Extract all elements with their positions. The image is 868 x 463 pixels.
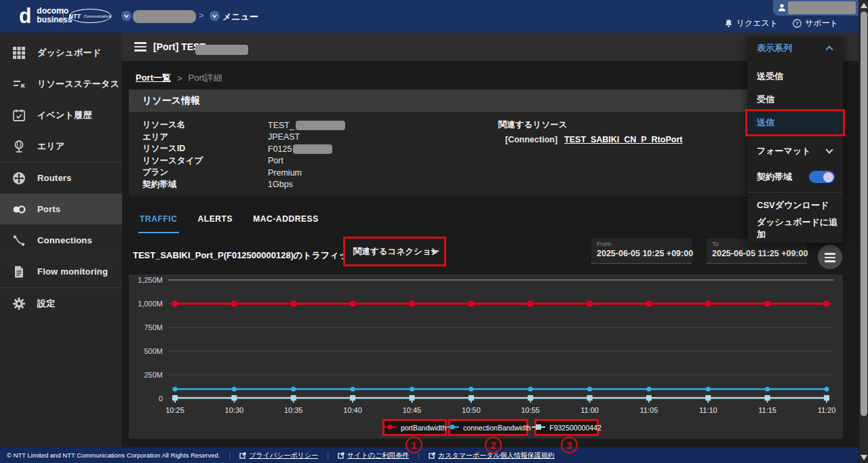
breadcrumb-current: Port詳細 [189,72,222,84]
legend-label: F932500000442 [549,424,601,432]
legend-item-portBandwidth[interactable]: portBandwidth [382,419,447,436]
related-connection-select-label: 関連するコネクション [353,246,439,258]
breadcrumb-port-list-link[interactable]: Port一覧 [136,72,171,84]
legend-label: connectionBandwidth [463,424,531,432]
series-display-menu: 表示系列 送受信 受信 送信 フォーマット 契約帯域 CSVダウンロード ダッシ… [747,37,843,243]
support-button[interactable]: ? サポート [793,18,838,29]
hamburger-menu-icon[interactable] [134,42,146,52]
series-option-send[interactable]: 送信 [747,110,843,135]
tab-mac-address[interactable]: MAC-ADDRESS [252,212,320,233]
resource-fields: リソース名 TEST_ エリア JPEAST リソースID F0125 リソース… [142,119,345,190]
contract-bandwidth-toggle[interactable] [809,171,835,183]
field-label: エリア [142,132,268,143]
legend-item-F932500000442[interactable]: F932500000442 [534,419,599,436]
related-resources-title: 関連するリソース [498,119,682,131]
menu-button[interactable]: メニュー [222,11,258,23]
add-to-dashboard-button[interactable]: ダッシュボードに追加 [747,218,843,239]
field-value: 1Gbps [268,180,293,189]
privacy-policy-link[interactable]: プライバシーポリシー [239,451,318,460]
external-link-icon [338,452,344,459]
from-label: From [597,241,611,247]
related-connection-select[interactable]: 関連するコネクション [345,239,444,264]
svg-text:11:10: 11:10 [699,406,717,414]
chevron-down-circle-icon[interactable] [121,11,132,21]
page-scrollbar[interactable] [859,0,868,463]
svg-text:500M: 500M [144,347,163,355]
external-link-icon [239,452,246,459]
footer-separator: | [327,451,329,460]
request-button[interactable]: リクエスト [724,18,778,29]
sidebar-item-label: Flow monitoring [37,266,108,277]
sidebar-item-routers[interactable]: Routers [0,162,122,193]
from-datetime-field[interactable]: From 2025-06-05 10:25 +09:00 [591,239,692,264]
to-value: 2025-06-05 11:25 +09:00 [712,249,808,258]
app-root: d docomo business NTT Communications > メ… [0,0,868,463]
scrollbar-up-arrow[interactable] [861,3,867,8]
sidebar-item-label: Connections [37,235,92,245]
field-value: Port [268,156,283,165]
brand-line2: business [37,16,72,24]
footer-link-label: プライバシーポリシー [249,451,318,460]
csv-download-button[interactable]: CSVダウンロード [747,195,843,216]
chevron-up-icon [825,45,833,53]
svg-text:250M: 250M [144,371,163,379]
sidebar-item-flow-monitoring[interactable]: Flow monitoring [0,256,122,287]
annotation-box-connection-select: 関連するコネクション [343,237,446,266]
sidebar-item-event-history[interactable]: イベント履歴 [0,100,122,131]
field-label: プラン [142,167,268,178]
resource-status-icon [12,77,26,91]
sidebar-item-dashboard[interactable]: ダッシュボード [0,37,122,68]
field-value: Premium [268,168,302,178]
field-value: JPEAST [268,132,300,142]
contract-bandwidth-row: 契約帯域 [747,166,843,188]
sidebar-item-ports[interactable]: Ports [0,193,122,224]
user-chip[interactable] [773,0,859,16]
series-option-label: 送信 [757,117,774,129]
tab-alerts[interactable]: ALERTS [197,212,235,233]
request-label: リクエスト [736,18,778,29]
detail-tabs: TRAFFIC ALERTS MAC-ADDRESS [138,212,320,233]
sidebar-item-area[interactable]: エリア [0,131,122,162]
sidebar-item-resource-status[interactable]: リソースステータス [0,68,122,100]
related-connection-link[interactable]: TEST_SABIKI_CN_P_RtoPort [564,135,682,144]
annotation-number-1: 1 [406,437,422,454]
chart-menu-button[interactable] [818,245,842,269]
format-menu-row[interactable]: フォーマット [747,140,843,162]
series-option-both[interactable]: 送受信 [747,66,843,87]
field-label: リソースID [142,143,268,155]
svg-text:1,000M: 1,000M [138,300,163,308]
sidebar-item-connections[interactable]: Connections [0,224,122,256]
top-header: d docomo business NTT Communications > メ… [0,0,868,33]
sidebar-item-settings[interactable]: 設定 [0,287,122,319]
related-resources: 関連するリソース [Connection] TEST_SABIKI_CN_P_R… [498,119,682,144]
terms-of-use-link[interactable]: サイトのご利用条件 [338,451,409,460]
series-menu-title-row[interactable]: 表示系列 [747,37,843,59]
header-separator: > [199,10,204,20]
annotation-number-3: 3 [561,437,578,454]
legend-item-connectionBandwidth[interactable]: connectionBandwidth [448,419,528,436]
series-option-receive[interactable]: 受信 [747,89,843,110]
grid-icon [12,46,26,60]
chevron-down-circle-icon[interactable] [210,11,220,21]
scrollbar-thumb[interactable] [861,12,867,416]
tab-traffic[interactable]: TRAFFIC [138,212,179,233]
svg-text:10:25: 10:25 [165,406,184,414]
ports-icon [12,203,26,216]
toggle-knob [823,172,833,182]
scrollbar-down-arrow[interactable] [861,455,867,460]
add-to-dashboard-label: ダッシュボードに追加 [757,216,843,241]
traffic-chart-svg: 0250M500M750M1,000M1,250M10:2510:3010:35… [129,275,843,439]
chevron-down-icon [825,146,833,153]
legend-label: portBandwidth [401,424,446,432]
traffic-chart-heading: TEST_SABIKI_Port_P(F012500000128)のトラフィック [133,249,357,262]
svg-text:?: ? [795,20,799,26]
svg-text:11:05: 11:05 [640,406,658,414]
svg-text:11:20: 11:20 [818,406,836,414]
redacted-resource-name [296,121,345,130]
legend-marker-line-dot [383,424,397,432]
redacted-resource-id [293,144,332,154]
calendar-check-icon [12,108,26,122]
copyright-text: © NTT Limited and NTT Communications Cor… [7,451,220,459]
menu-divider [747,192,843,193]
from-value: 2025-06-05 10:25 +09:00 [597,249,693,258]
